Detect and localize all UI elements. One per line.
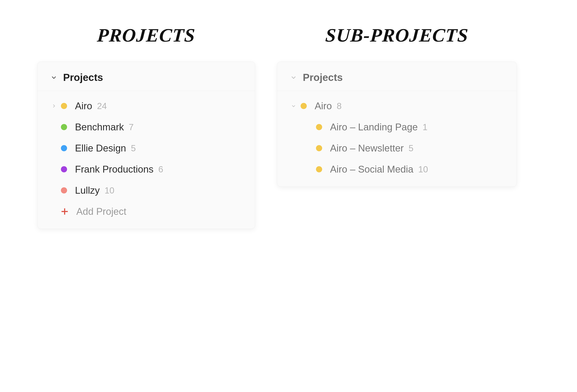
parent-project-row[interactable]: Airo 8 [277, 95, 516, 116]
projects-section-title: Projects [63, 71, 103, 83]
project-label: Ellie Design [75, 143, 126, 154]
subproject-row[interactable]: Airo – Newsletter 5 [277, 138, 516, 159]
add-project-label: Add Project [76, 206, 126, 217]
subproject-label: Airo – Newsletter [330, 143, 404, 154]
project-row[interactable]: Benchmark 7 [37, 116, 255, 138]
chevron-right-icon[interactable] [51, 103, 57, 109]
color-dot-icon [316, 124, 322, 130]
subproject-row[interactable]: Airo – Social Media 10 [277, 159, 516, 180]
add-project-button[interactable]: Add Project [37, 201, 255, 222]
color-dot-icon [61, 124, 67, 130]
color-dot-icon [301, 103, 307, 109]
project-count: 24 [97, 101, 107, 111]
subprojects-section-title: Projects [303, 71, 343, 83]
project-row[interactable]: Lullzy 10 [37, 180, 255, 201]
project-count: 7 [129, 122, 134, 132]
chevron-down-icon [290, 74, 297, 80]
subprojects-heading: SUB-PROJECTS [276, 24, 518, 46]
projects-heading: PROJECTS [37, 24, 256, 46]
project-label: Airo [75, 101, 92, 111]
color-dot-icon [61, 145, 67, 151]
project-label: Frank Productions [75, 164, 153, 175]
color-dot-icon [61, 187, 67, 193]
chevron-down-icon [51, 74, 57, 80]
color-dot-icon [61, 103, 67, 109]
project-count: 8 [337, 101, 341, 111]
subproject-count: 10 [418, 164, 428, 174]
project-row[interactable]: Ellie Design 5 [37, 138, 255, 159]
color-dot-icon [61, 166, 67, 172]
project-label: Lullzy [75, 185, 100, 196]
projects-panel: Projects Airo 24 Benchmark 7 [37, 62, 255, 229]
project-label: Benchmark [75, 122, 124, 133]
project-label: Airo [315, 101, 332, 111]
subproject-row[interactable]: Airo – Landing Page 1 [277, 116, 516, 138]
project-count: 5 [131, 143, 136, 153]
subproject-label: Airo – Social Media [330, 164, 413, 175]
subproject-count: 5 [409, 143, 413, 153]
subproject-label: Airo – Landing Page [330, 122, 418, 133]
subprojects-panel: Projects Airo 8 Airo – Landing Page 1 [277, 62, 517, 187]
plus-icon [61, 207, 69, 216]
project-count: 10 [105, 185, 114, 195]
project-count: 6 [158, 164, 163, 174]
subproject-count: 1 [423, 122, 428, 132]
subprojects-section-header[interactable]: Projects [277, 62, 516, 91]
project-row[interactable]: Frank Productions 6 [37, 159, 255, 180]
color-dot-icon [316, 145, 322, 151]
projects-section-header[interactable]: Projects [37, 62, 255, 91]
project-row[interactable]: Airo 24 [37, 95, 255, 116]
color-dot-icon [316, 166, 322, 172]
chevron-down-icon[interactable] [290, 103, 297, 109]
